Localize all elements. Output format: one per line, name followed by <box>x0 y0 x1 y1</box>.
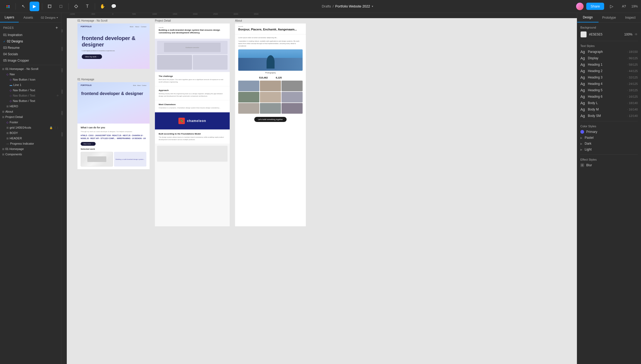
divider-2 <box>580 121 638 121</box>
tool-shape[interactable]: □ <box>56 2 66 11</box>
layer-header[interactable]: ⊞ HEADER <box>0 136 61 141</box>
page-item-1[interactable]: 01 Inspiration <box>0 32 61 38</box>
cs-dark[interactable]: ▶ Dark <box>580 142 638 145</box>
layer-body[interactable]: ⊞ BODY <box>0 130 61 136</box>
ts-display[interactable]: Ag Display · 96/125 <box>580 56 638 60</box>
ts-h1[interactable]: Ag Heading 1 · 58/125 <box>580 62 638 67</box>
ts-paragraph[interactable]: Ag Paragraph · 18/150 <box>580 50 638 54</box>
canvas-content[interactable]: 01 Homepage - No Scroll PORTFOLIO Work A… <box>67 18 577 364</box>
tab-inspect[interactable]: Inspect <box>620 13 641 22</box>
page-label-3: 03 Resume <box>3 46 19 50</box>
layer-nav-btn-text-3[interactable]: ◇ Nav Button / Text <box>0 98 61 104</box>
cs-light[interactable]: ▶ Light <box>580 148 638 151</box>
tool-hand[interactable]: ✋ <box>98 2 107 11</box>
visibility-toggle[interactable]: 👁 <box>635 33 638 36</box>
tab-layers[interactable]: Layers <box>0 13 19 22</box>
page-item-2[interactable]: ✓ 02 Designs <box>0 38 61 45</box>
layer-line1[interactable]: ▬ Line 1 <box>0 82 61 88</box>
figma-menu-btn[interactable] <box>3 2 13 11</box>
about-photo <box>238 49 303 71</box>
tool-move[interactable]: ↖ <box>18 2 28 11</box>
tool-text[interactable]: T <box>83 2 92 11</box>
add-page-btn[interactable]: + <box>56 25 58 30</box>
layer-components[interactable]: ⊞ Components <box>0 152 61 157</box>
cs-pastel[interactable]: ▶ Pastel <box>580 136 638 140</box>
layer-homepage[interactable]: ⊞ 01 Homepage <box>0 146 61 152</box>
help-btn[interactable]: A? <box>619 2 629 11</box>
tool-comment[interactable]: 💬 <box>109 2 119 11</box>
page-check-2: ✓ <box>3 40 5 43</box>
layer-nav-btn-text-2[interactable]: ◇ Nav Button / Text 👁 <box>0 93 61 98</box>
layer-project-detail[interactable]: ⊞ Project Detail <box>0 114 61 120</box>
ts-h3[interactable]: Ag Heading 3 · 32/125 <box>580 75 638 80</box>
es-blur[interactable]: Blur <box>580 163 638 167</box>
ts-body-sm[interactable]: Ag Body SM · 12/140 <box>580 114 638 118</box>
ts-size: · 44/125 <box>627 69 638 73</box>
ts-h4[interactable]: Ag Heading 4 · 24/125 <box>580 82 638 86</box>
hp-cta-btn[interactable]: View my work → <box>82 54 102 59</box>
ts-name: Display <box>588 56 625 60</box>
layer-label: grid 1400/24cols <box>10 126 31 129</box>
tool-frame[interactable] <box>45 2 54 11</box>
ts-h6[interactable]: Ag Heading 6 · 16/125 <box>580 94 638 99</box>
ts-name: Heading 6 <box>588 95 625 98</box>
ruler-tick: 500 <box>132 13 136 15</box>
main-area: Layers Assets 02 Designs ▾ Pages + 01 In… <box>0 13 641 364</box>
tool-pen[interactable] <box>71 2 81 11</box>
layer-grid[interactable]: ⊞ grid 1400/24cols 🔒 ⋮⋮ <box>0 125 61 130</box>
layer-progress-indicator[interactable]: — Progress Indicator <box>0 141 61 146</box>
hp2-cta-btn[interactable]: View more → <box>81 142 96 146</box>
pd-subtitle: mundo <box>159 27 226 28</box>
page-item-4[interactable]: 04 Socials <box>0 51 61 57</box>
layer-homepage-noscroll[interactable]: ⊞ 01 Homepage - No Scroll <box>0 66 61 72</box>
ts-body-m[interactable]: Ag Body M · 16/140 <box>580 107 638 112</box>
nav-link: Work <box>130 26 134 27</box>
frame-hp2[interactable]: PORTFOLIO WorkAboutContact frontend deve… <box>77 82 150 169</box>
zoom-label: 19% <box>631 5 638 8</box>
layer-about[interactable]: ⊞ About <box>0 109 61 114</box>
frame-hp-noscroll[interactable]: PORTFOLIO Work About Contact frontend de… <box>77 23 150 69</box>
pd-ss-wide: Dashboard screenshot <box>157 41 228 54</box>
layer-nav[interactable]: ◇ Nav <box>0 72 61 77</box>
breadcrumb-dropdown-btn[interactable]: ▾ <box>372 5 373 8</box>
ts-name: Heading 2 <box>588 69 625 73</box>
ruler-tick: 2500 <box>213 13 218 15</box>
page-item-3[interactable]: 03 Resume <box>0 45 61 51</box>
ts-h2[interactable]: Ag Heading 2 · 44/125 <box>580 69 638 73</box>
play-btn[interactable]: ▷ <box>607 2 616 11</box>
ts-h5[interactable]: Ag Heading 5 · 18/125 <box>580 88 638 92</box>
lock-icon: 🔒 <box>49 126 53 129</box>
layer-footer[interactable]: ◇ Footer <box>0 120 61 125</box>
ts-ag-icon: Ag <box>580 94 586 99</box>
frame-about[interactable]: mundo Bonjour, Piacere, Enchanté, Aangen… <box>235 23 306 226</box>
ruler-vtick: 1500 <box>61 68 63 73</box>
about-photo-caption: Photography <box>235 71 306 75</box>
tab-design[interactable]: Design <box>577 13 599 22</box>
share-button[interactable]: Share <box>586 3 604 10</box>
background-color-swatch[interactable] <box>580 31 587 38</box>
about-cta-label: Let's build something together <box>254 117 287 122</box>
frame-pd[interactable]: mundo Building a multi-branded design sy… <box>155 23 230 226</box>
layer-nav-btn-text-1[interactable]: ◇ Nav Button / Text <box>0 88 61 93</box>
about-stat2-num: 6,125 <box>276 76 282 79</box>
layer-label: Line 1 <box>13 83 21 86</box>
tab-prototype[interactable]: Prototype <box>599 13 620 22</box>
layer-hero[interactable]: ⊞ HERO <box>0 104 61 109</box>
cs-primary[interactable]: Primary <box>580 130 638 134</box>
tool-select[interactable]: ▶ <box>30 2 39 11</box>
ts-body-l[interactable]: Ag Body L · 18/140 <box>580 101 638 105</box>
frame-about-wrapper: About mundo Bonjour, Piacere, Enchanté, … <box>235 23 306 226</box>
ts-size: · 96/125 <box>627 57 638 60</box>
panel-tabs: Layers Assets 02 Designs ▾ <box>0 13 61 23</box>
rect-icon: ▬ <box>10 84 12 86</box>
page-item-5[interactable]: 05 Image Cropper <box>0 57 61 64</box>
about-bio-text: Lorem ipsum dolor sit amet consectetur a… <box>238 37 303 39</box>
tab-assets[interactable]: Assets <box>19 13 37 22</box>
layer-nav-btn-icon[interactable]: ◇ Nav Button / Icon <box>0 77 61 82</box>
ruler-vtick: 3000 <box>61 132 63 137</box>
layer-label: Nav <box>10 73 15 76</box>
canvas-area[interactable]: -1000 -500 0 500 1000 1500 2000 2500 300… <box>61 13 577 364</box>
ts-size: · 18/125 <box>627 89 638 92</box>
layer-label: HERO <box>10 105 18 108</box>
pd-challenge: The challenge Brief about the project. O… <box>155 72 230 86</box>
